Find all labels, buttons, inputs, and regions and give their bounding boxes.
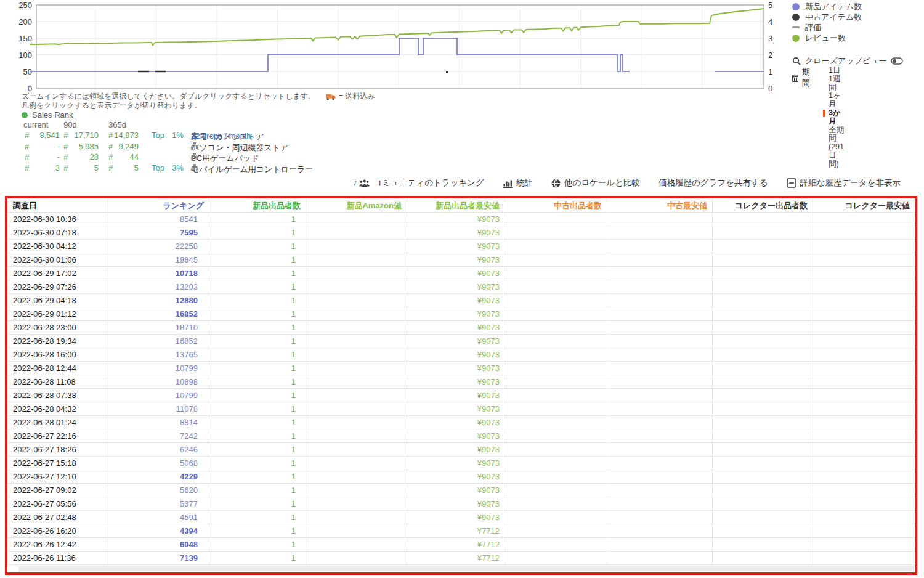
ranking-cell[interactable]: 4591	[108, 511, 209, 524]
used-lowest-price-cell	[607, 375, 713, 389]
ranking-cell[interactable]: 7139	[108, 552, 209, 565]
collector-offer-count-cell	[713, 416, 813, 429]
period-option-2[interactable]: 1ヶ月	[829, 92, 844, 109]
table-row: 2022-06-28 23:00187101¥9073	[8, 321, 915, 335]
ranking-cell[interactable]: 18710	[108, 321, 209, 335]
ranking-cell[interactable]: 4229	[108, 470, 209, 484]
new-amazon-price-cell	[306, 429, 407, 443]
toggle-off-icon	[891, 57, 903, 65]
ranking-cell[interactable]: 19845	[108, 253, 209, 267]
ranking-cell[interactable]: 11078	[108, 402, 209, 416]
ranking-cell[interactable]: 16852	[108, 335, 209, 348]
collector-offer-count-cell	[713, 484, 813, 497]
ranking-cell[interactable]: 8814	[108, 416, 209, 429]
collector-lowest-price-cell	[813, 443, 915, 457]
ranking-cell[interactable]: 13203	[108, 280, 209, 294]
used-lowest-price-cell	[607, 497, 713, 511]
ranking-cell[interactable]: 10799	[108, 389, 209, 402]
new-lowest-price-cell: ¥9073	[407, 362, 505, 375]
header-2: 新品出品者数	[209, 199, 306, 213]
legend-item-3[interactable]: レビュー数	[792, 33, 922, 43]
table-row: 2022-06-29 01:12168521¥9073	[8, 307, 915, 321]
share-graph-label: 価格履歴のグラフを共有する	[659, 177, 768, 189]
hide-history-data-label: 詳細な履歴データを非表示	[800, 177, 901, 189]
new-offer-count-cell: 1	[209, 335, 306, 348]
ranking-cell[interactable]: 4394	[108, 524, 209, 538]
period-option-3[interactable]: 3か月	[829, 109, 844, 126]
rank-current: -	[30, 142, 60, 151]
community-tracking-button[interactable]: 7 コミュニティのトラッキング	[353, 177, 484, 189]
svg-text:4: 4	[768, 17, 772, 26]
collector-lowest-price-cell	[813, 253, 915, 267]
used-lowest-price-cell	[607, 429, 713, 443]
ranking-cell[interactable]: 10718	[108, 267, 209, 280]
legend-item-1[interactable]: 中古アイテム数	[792, 12, 922, 22]
used-offer-count-cell	[505, 362, 607, 375]
compare-locales-button[interactable]: 他のロケールと比較	[551, 177, 640, 189]
ranking-cell[interactable]: 8541	[108, 213, 209, 226]
new-amazon-price-cell	[306, 226, 407, 240]
history-table-header-row: 調査日ランキング新品出品者数新品Amazon値新品出品者最安値中古出品者数中古最…	[8, 199, 915, 213]
used-offer-count-cell	[505, 538, 607, 552]
col-365d: 365d	[108, 120, 126, 129]
collector-lowest-price-cell	[813, 457, 915, 470]
ranking-cell[interactable]: 10799	[108, 362, 209, 375]
used-offer-count-cell	[505, 348, 607, 362]
rank-hash: #	[108, 163, 113, 173]
hide-history-data-button[interactable]: 詳細な履歴データを非表示	[787, 177, 901, 189]
date-cell: 2022-06-26 12:42	[8, 538, 108, 552]
ranking-cell[interactable]: 5377	[108, 497, 209, 511]
collector-offer-count-cell	[713, 253, 813, 267]
new-offer-count-cell: 1	[209, 375, 306, 389]
ranking-cell[interactable]: 12880	[108, 294, 209, 307]
new-amazon-price-cell	[306, 443, 407, 457]
price-history-chart[interactable]: 050100150200250012345	[0, 0, 782, 94]
new-lowest-price-cell: ¥9073	[407, 497, 505, 511]
period-option-1[interactable]: 1週間	[829, 75, 844, 92]
ranking-cell[interactable]: 16852	[108, 307, 209, 321]
date-cell: 2022-06-27 22:16	[8, 429, 108, 443]
legend-item-0[interactable]: 新品アイテム数	[792, 1, 922, 12]
sales-rank-column-headers: current 90d 365d	[22, 120, 367, 130]
ranking-cell[interactable]: 10898	[108, 375, 209, 389]
new-lowest-price-cell: ¥9073	[407, 226, 505, 240]
ranking-cell[interactable]: 6246	[108, 443, 209, 457]
date-cell: 2022-06-30 10:36	[8, 213, 108, 226]
collector-lowest-price-cell	[813, 511, 915, 524]
ranking-cell[interactable]: 22258	[108, 240, 209, 253]
col-current: current	[23, 120, 48, 129]
used-offer-count-cell	[505, 375, 607, 389]
new-amazon-price-cell	[306, 416, 407, 429]
share-graph-button[interactable]: 価格履歴のグラフを共有する	[659, 177, 768, 189]
period-option-0[interactable]: 1日	[829, 67, 844, 75]
new-offer-count-cell: 1	[209, 416, 306, 429]
date-cell: 2022-06-29 01:12	[8, 307, 108, 321]
new-lowest-price-cell: ¥9073	[407, 416, 505, 429]
ranking-cell[interactable]: 5068	[108, 457, 209, 470]
table-row: 2022-06-26 12:4260481¥7712	[8, 538, 915, 552]
closeup-label: クローズアップビュー	[805, 55, 886, 67]
legend-item-label: レビュー数	[805, 33, 846, 44]
legend-item-2[interactable]: 評価	[792, 22, 922, 33]
horizontal-scrollbar[interactable]	[18, 566, 914, 571]
new-offer-count-cell: 1	[209, 497, 306, 511]
collector-offer-count-cell	[713, 362, 813, 375]
new-lowest-price-cell: ¥9073	[407, 443, 505, 457]
rank-90d: 5,985	[69, 142, 99, 151]
period-option-4[interactable]: 全期間 (291 日間)	[829, 126, 844, 169]
new-lowest-price-cell: ¥9073	[407, 280, 505, 294]
statistics-button[interactable]: 統計	[503, 177, 533, 189]
collector-offer-count-cell	[713, 429, 813, 443]
new-amazon-price-cell	[306, 362, 407, 375]
ranking-cell[interactable]: 13765	[108, 348, 209, 362]
ranking-cell[interactable]: 7595	[108, 226, 209, 240]
new-lowest-price-cell: ¥9073	[407, 348, 505, 362]
new-offer-count-cell: 1	[209, 307, 306, 321]
used-offer-count-cell	[505, 321, 607, 335]
ranking-cell[interactable]: 6048	[108, 538, 209, 552]
ranking-cell[interactable]: 7242	[108, 429, 209, 443]
rank-365d: 9,249	[114, 142, 139, 151]
new-offer-count-cell: 1	[209, 253, 306, 267]
closeup-view-toggle[interactable]: クローズアップビュー	[792, 55, 903, 67]
ranking-cell[interactable]: 5620	[108, 484, 209, 497]
